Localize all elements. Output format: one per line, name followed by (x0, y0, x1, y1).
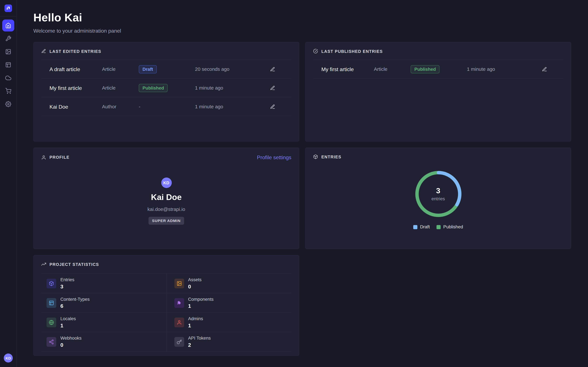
status-badge: Published (411, 65, 440, 73)
statistics-grid: Entries3 Assets0 Content-Types6 Componen… (41, 273, 291, 352)
entry-time: 1 minute ago (195, 104, 261, 109)
card-title: ENTRIES (321, 154, 341, 159)
user-avatar[interactable]: KD (4, 353, 13, 362)
entry-time: 1 minute ago (195, 85, 261, 91)
sidebar-item-cloud[interactable] (2, 72, 14, 84)
stat-value: 0 (188, 284, 202, 290)
entries-count: 3 (436, 186, 440, 195)
entry-type: Article (102, 85, 139, 91)
media-library-icon (5, 49, 11, 55)
pencil-icon (270, 85, 275, 90)
empty-grid-cell (305, 255, 571, 356)
card-title: LAST EDITED ENTRIES (50, 49, 101, 53)
card-title: PROJECT STATISTICS (50, 262, 99, 267)
stat-label: Content-Types (61, 297, 90, 302)
sidebar-item-home[interactable] (2, 19, 14, 31)
components-icon (174, 298, 184, 308)
sidebar-item-content-type-builder[interactable] (2, 33, 14, 44)
edit-entry-button[interactable] (268, 65, 277, 73)
content-manager-icon (5, 62, 11, 68)
stat-label: API Tokens (188, 335, 211, 341)
stat-label: Admins (188, 316, 203, 321)
page-title: Hello Kai (33, 11, 571, 24)
last-published-table: My first article Article Published 1 min… (313, 59, 563, 79)
legend-item-draft: Draft (413, 224, 430, 230)
profile-body: KD Kai Doe kai.doe@strapi.io SUPER ADMIN (34, 164, 299, 225)
stat-value: 1 (188, 323, 203, 328)
stat-label: Components (188, 297, 214, 302)
assets-icon (174, 278, 184, 288)
edit-entry-button[interactable] (268, 102, 277, 111)
pencil-icon (41, 49, 46, 53)
sidebar-item-content-manager[interactable] (2, 59, 14, 71)
stat-api-tokens: API Tokens2 (166, 332, 291, 351)
table-row[interactable]: Kai Doe Author - 1 minute ago (41, 97, 291, 116)
gear-icon (5, 101, 11, 107)
entry-type: Article (374, 66, 411, 72)
status-badge: Published (139, 84, 168, 92)
locales-icon (47, 317, 56, 327)
trending-up-icon (41, 262, 46, 267)
pencil-icon (542, 67, 547, 72)
main-content: Hello Kai Welcome to your administration… (17, 0, 588, 367)
cloud-icon (5, 75, 11, 81)
last-edited-entries-card: LAST EDITED ENTRIES A draft article Arti… (33, 42, 299, 142)
admin-dashboard: KD Hello Kai Welcome to your administrat… (0, 0, 588, 367)
sidebar-item-media-library[interactable] (2, 46, 14, 58)
stat-value: 3 (61, 284, 75, 290)
entry-name: My first article (50, 85, 102, 91)
table-row[interactable]: My first article Article Published 1 min… (41, 79, 291, 97)
table-row[interactable]: A draft article Article Draft 20 seconds… (41, 60, 291, 79)
entry-time: 20 seconds ago (195, 66, 261, 72)
stat-admins: Admins1 (166, 313, 291, 332)
sidebar-logo-section (0, 0, 17, 17)
stat-components: Components1 (166, 293, 291, 313)
sidebar-item-marketplace[interactable] (2, 85, 14, 97)
edit-entry-button[interactable] (268, 84, 277, 92)
sidebar-nav (2, 17, 14, 353)
strapi-logo[interactable] (5, 4, 12, 12)
profile-avatar: KD (161, 177, 172, 188)
entries-body: 3 entries Draft Published (306, 163, 571, 230)
dashboard-grid: LAST EDITED ENTRIES A draft article Arti… (33, 42, 571, 356)
stat-value: 0 (61, 342, 82, 348)
stat-value: 1 (188, 303, 214, 309)
stat-assets: Assets0 (166, 274, 291, 293)
stat-value: 2 (188, 342, 211, 348)
status-badge: Draft (139, 65, 157, 73)
entry-name: Kai Doe (50, 104, 102, 110)
card-title: LAST PUBLISHED ENTRIES (321, 49, 383, 53)
entry-status-empty: - (139, 104, 195, 109)
table-row[interactable]: My first article Article Published 1 min… (313, 60, 563, 79)
entries-count-label: entries (431, 196, 445, 201)
home-icon (5, 23, 11, 29)
sidebar-item-settings[interactable] (2, 98, 14, 110)
wrench-icon (5, 35, 11, 42)
user-icon (41, 155, 46, 160)
webhooks-icon (47, 337, 56, 347)
legend-item-published: Published (437, 224, 463, 230)
entry-name: My first article (321, 66, 374, 72)
profile-email: kai.doe@strapi.io (147, 206, 185, 212)
shopping-cart-icon (5, 88, 11, 94)
last-published-entries-card: LAST PUBLISHED ENTRIES My first article … (305, 42, 571, 142)
stat-label: Locales (61, 316, 76, 321)
pencil-icon (270, 104, 275, 109)
project-statistics-card: PROJECT STATISTICS Entries3 Assets0 Cont… (33, 255, 299, 356)
entries-donut-chart: 3 entries (415, 170, 462, 217)
card-title: PROFILE (50, 155, 69, 160)
content-types-icon (47, 298, 56, 308)
pencil-icon (270, 67, 275, 72)
stat-label: Entries (61, 277, 75, 282)
sidebar-user: KD (4, 353, 13, 362)
profile-settings-link[interactable]: Profile settings (257, 154, 291, 160)
stat-locales: Locales1 (41, 313, 166, 332)
profile-name: Kai Doe (151, 192, 182, 202)
stat-webhooks: Webhooks0 (41, 332, 166, 351)
admins-icon (174, 317, 184, 327)
legend-label: Draft (420, 224, 430, 230)
edit-entry-button[interactable] (540, 65, 549, 73)
cube-icon (313, 154, 318, 159)
stat-label: Assets (188, 277, 202, 282)
role-badge: SUPER ADMIN (149, 217, 184, 225)
